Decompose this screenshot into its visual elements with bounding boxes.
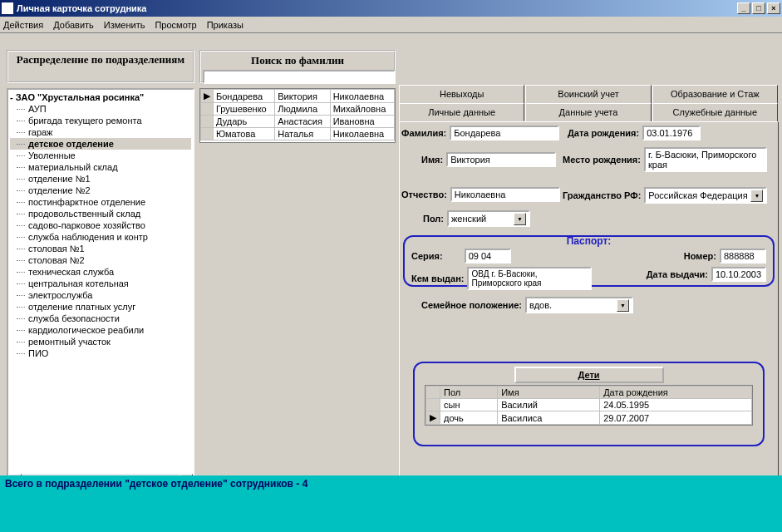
chevron-down-icon[interactable]: ▼ bbox=[514, 213, 526, 225]
chevron-down-icon[interactable]: ▼ bbox=[750, 190, 763, 202]
grid-cell[interactable]: Ивановна bbox=[330, 116, 394, 128]
status-bar: Всего в подразделении "детское отделение… bbox=[0, 475, 782, 532]
department-tree[interactable]: - ЗАО "Хрустальная росинка"АУПбригада те… bbox=[7, 88, 194, 489]
tree-item[interactable]: отделение №1 bbox=[10, 173, 191, 185]
row-selector[interactable] bbox=[201, 128, 214, 140]
tree-item[interactable]: ПИО bbox=[10, 347, 191, 359]
grid-cell[interactable]: Грушевенко bbox=[214, 103, 275, 116]
tree-item[interactable]: гараж bbox=[10, 126, 191, 138]
surname-field[interactable]: Бондарева bbox=[450, 126, 559, 140]
tree-item[interactable]: садово-парковое хозяйство bbox=[10, 219, 191, 231]
tree-item[interactable]: постинфарктное отделение bbox=[10, 196, 191, 208]
tree-item[interactable]: продовольственный склад bbox=[10, 208, 191, 219]
search-input[interactable] bbox=[203, 70, 396, 84]
grid-cell[interactable]: Наталья bbox=[275, 128, 330, 140]
maximize-button[interactable]: □ bbox=[752, 2, 765, 14]
grid-cell[interactable]: Бондарева bbox=[214, 90, 275, 103]
number-field[interactable]: 888888 bbox=[720, 249, 766, 264]
employee-grid[interactable]: ▶БондареваВикторияНиколаевнаГрушевенкоЛю… bbox=[199, 88, 396, 143]
tree-item[interactable]: АУП bbox=[10, 103, 191, 115]
tab-personal[interactable]: Личные данные bbox=[399, 103, 524, 121]
tree-item[interactable]: служба безопасности bbox=[10, 313, 191, 324]
tree-item[interactable]: детское отделение bbox=[10, 138, 191, 150]
search-panel: Поиск по фамилии bbox=[199, 50, 396, 83]
menu-add[interactable]: Добавить bbox=[53, 20, 94, 30]
menu-actions[interactable]: Действия bbox=[3, 20, 43, 30]
passport-group: Паспорт: Серия:09 04 Номер:888888 Кем вы… bbox=[403, 235, 775, 287]
children-table[interactable]: ПолИмяДата рождениясынВасилий24.05.1995▶… bbox=[425, 385, 753, 426]
grid-cell[interactable]: Юматова bbox=[214, 128, 275, 140]
menu-orders[interactable]: Приказы bbox=[207, 20, 243, 30]
tree-item[interactable]: отделение платных услуг bbox=[10, 301, 191, 313]
row-selector[interactable] bbox=[201, 116, 214, 128]
menu-edit[interactable]: Изменить bbox=[104, 20, 145, 30]
window-title: Личная карточка сотрудника bbox=[17, 3, 737, 13]
row-selector[interactable]: ▶ bbox=[201, 90, 214, 103]
tabs-row-upper: Невыходы Воинский учет Образование и Ста… bbox=[399, 85, 779, 103]
row-selector[interactable] bbox=[426, 399, 440, 411]
issued-field[interactable]: ОВД г. Б-Васюки, Приморского края bbox=[467, 267, 592, 290]
name-label: Имя: bbox=[421, 155, 443, 165]
chevron-down-icon[interactable]: ▼ bbox=[617, 299, 629, 312]
tree-item[interactable]: бригада текущего ремонта bbox=[10, 115, 191, 126]
grid-cell[interactable]: Анастасия bbox=[275, 116, 330, 128]
tree-root[interactable]: - ЗАО "Хрустальная росинка" bbox=[10, 91, 191, 103]
issued-label: Кем выдан: bbox=[411, 273, 464, 283]
tabs-row-lower: Личные данные Данные учета Служебные дан… bbox=[399, 103, 779, 121]
name-field[interactable]: Виктория bbox=[446, 152, 556, 167]
tab-account[interactable]: Данные учета bbox=[525, 103, 651, 121]
grid-cell[interactable]: 24.05.1995 bbox=[600, 399, 752, 411]
dob-label: Дата рождения: bbox=[568, 128, 639, 138]
tab-content: Фамилия:Бондарева Дата рождения:03.01.19… bbox=[399, 121, 779, 494]
tree-item[interactable]: служба наблюдения и контр bbox=[10, 231, 191, 243]
row-selector[interactable] bbox=[201, 103, 214, 116]
tree-item[interactable]: техническая служба bbox=[10, 266, 191, 278]
issue-date-field[interactable]: 10.10.2003 bbox=[711, 267, 766, 282]
minimize-button[interactable]: _ bbox=[737, 2, 750, 14]
tree-item[interactable]: центральная котельная bbox=[10, 278, 191, 289]
patr-field[interactable]: Николаевна bbox=[450, 187, 560, 202]
dob-field[interactable]: 03.01.1976 bbox=[642, 126, 701, 140]
grid-cell[interactable]: Николаевна bbox=[330, 128, 394, 140]
tree-item[interactable]: кардиологическое реабили bbox=[10, 324, 191, 336]
cit-select[interactable]: Российская Федерация▼ bbox=[644, 187, 767, 204]
menu-bar: Действия Добавить Изменить Просмотр Прик… bbox=[0, 17, 782, 33]
pob-field[interactable]: г. Б-Васюки, Приморского края bbox=[644, 147, 767, 172]
sex-label: Пол: bbox=[423, 214, 444, 224]
series-field[interactable]: 09 04 bbox=[465, 249, 511, 264]
tab-military[interactable]: Воинский учет bbox=[525, 85, 651, 103]
grid-cell[interactable]: 29.07.2007 bbox=[600, 411, 752, 425]
tree-item[interactable]: материальный склад bbox=[10, 161, 191, 173]
grid-cell[interactable]: Дударь bbox=[214, 116, 275, 128]
grid-cell[interactable]: Василиса bbox=[498, 411, 600, 425]
menu-view[interactable]: Просмотр bbox=[155, 20, 196, 30]
sex-select[interactable]: женский▼ bbox=[447, 210, 530, 227]
tab-education[interactable]: Образование и Стаж bbox=[652, 85, 778, 103]
col-header[interactable]: Дата рождения bbox=[600, 387, 752, 399]
tab-service[interactable]: Служебные данные bbox=[652, 103, 778, 121]
grid-cell[interactable]: дочь bbox=[440, 411, 498, 425]
issue-date-label: Дата выдачи: bbox=[647, 269, 708, 279]
children-button[interactable]: Дети bbox=[514, 367, 664, 383]
close-button[interactable]: × bbox=[767, 2, 780, 14]
children-group: Дети ПолИмяДата рождениясынВасилий24.05.… bbox=[413, 362, 765, 446]
tree-item[interactable]: столовая №1 bbox=[10, 243, 191, 254]
tree-item[interactable]: Уволенные bbox=[10, 150, 191, 161]
grid-cell[interactable]: сын bbox=[440, 399, 498, 411]
grid-cell[interactable]: Людмила bbox=[275, 103, 330, 116]
departments-header: Распределение по подразделениям bbox=[8, 52, 193, 68]
col-header[interactable]: Имя bbox=[498, 387, 600, 399]
title-bar: Личная карточка сотрудника _ □ × bbox=[0, 0, 782, 17]
grid-cell[interactable]: Виктория bbox=[275, 90, 330, 103]
grid-cell[interactable]: Василий bbox=[498, 399, 600, 411]
tree-item[interactable]: столовая №2 bbox=[10, 254, 191, 266]
tab-absences[interactable]: Невыходы bbox=[399, 85, 524, 103]
tree-item[interactable]: электрослужба bbox=[10, 289, 191, 301]
marital-select[interactable]: вдов.▼ bbox=[525, 297, 633, 313]
grid-cell[interactable]: Михайловна bbox=[330, 103, 394, 116]
tree-item[interactable]: ремонтный участок bbox=[10, 336, 191, 347]
row-selector[interactable]: ▶ bbox=[426, 411, 440, 425]
col-header[interactable]: Пол bbox=[440, 387, 498, 399]
grid-cell[interactable]: Николаевна bbox=[330, 90, 394, 103]
tree-item[interactable]: отделение №2 bbox=[10, 185, 191, 196]
